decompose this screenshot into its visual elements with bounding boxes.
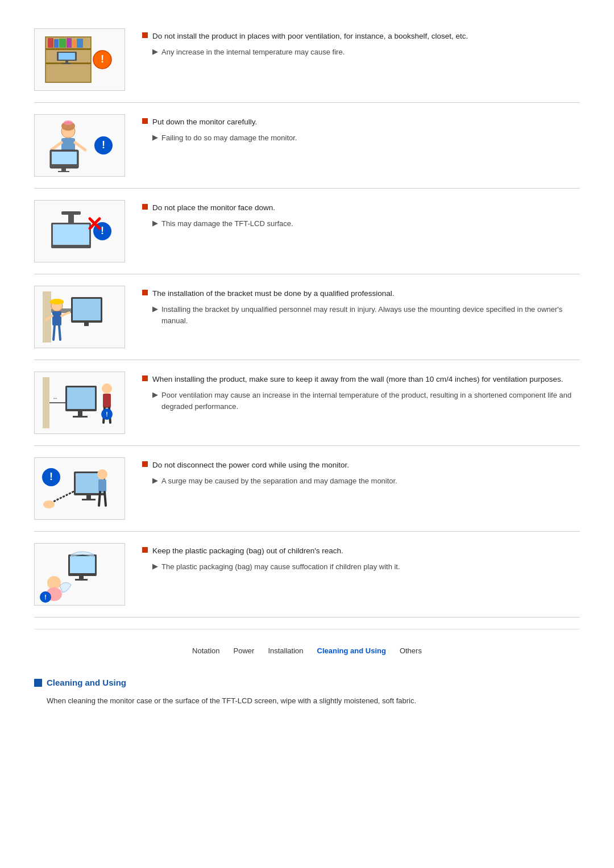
main-point-text: Do not install the product in places wit… — [152, 31, 468, 42]
svg-rect-23 — [61, 168, 66, 171]
bullet-icon — [142, 290, 148, 295]
pagination-nav: Notation Power Installation Cleaning and… — [34, 629, 580, 666]
svg-rect-8 — [77, 39, 83, 48]
sub-point-text: Poor ventilation may cause an increase i… — [161, 390, 580, 412]
instruction-image-ventilation: ! — [34, 28, 125, 91]
svg-line-20 — [75, 143, 85, 150]
sub-point: ▶ The plastic packaging (bag) may cause … — [152, 561, 580, 573]
bullet-icon — [142, 547, 148, 553]
main-point: Keep the plastic packaging (bag) out of … — [142, 545, 580, 557]
main-point: The installation of the bracket must be … — [142, 288, 580, 299]
svg-text:↔: ↔ — [52, 395, 58, 401]
arrow-icon: ▶ — [152, 390, 158, 399]
sub-point-text: Any increase in the internal temperature… — [161, 47, 345, 58]
svg-rect-74 — [70, 556, 95, 573]
instruction-text-wall-distance: When installing the product, make sure t… — [142, 372, 580, 412]
svg-rect-12 — [63, 63, 71, 64]
instruction-row: ! Do not disconnect the power cord while… — [34, 446, 580, 532]
bullet-icon — [142, 204, 148, 210]
svg-rect-52 — [67, 387, 95, 409]
instruction-row: ↔ ! When installing the product, make su… — [34, 360, 580, 446]
svg-rect-65 — [82, 499, 96, 500]
svg-text:!: ! — [44, 594, 47, 600]
sub-point-text: The plastic packaging (bag) may cause su… — [161, 561, 400, 573]
svg-rect-5 — [59, 39, 66, 48]
svg-rect-48 — [43, 377, 49, 428]
instruction-row: The installation of the bracket must be … — [34, 274, 580, 360]
bullet-icon — [142, 461, 148, 467]
section-body-text: When cleaning the monitor case or the su… — [47, 695, 580, 707]
svg-rect-6 — [67, 38, 72, 48]
pagination-cleaning[interactable]: Cleaning and Using — [317, 646, 386, 655]
svg-rect-75 — [79, 576, 84, 579]
svg-rect-64 — [86, 495, 91, 499]
svg-point-66 — [43, 500, 55, 508]
bullet-icon — [142, 118, 148, 124]
svg-rect-39 — [84, 323, 89, 326]
section-heading: Cleaning and Using — [34, 678, 580, 687]
section-body: When cleaning the monitor case or the su… — [47, 695, 580, 707]
arrow-icon: ▶ — [152, 562, 158, 570]
bullet-icon — [142, 32, 148, 38]
instruction-text-bracket: The installation of the bracket must be … — [142, 286, 580, 326]
sub-point: ▶ This may damage the TFT-LCD surface. — [152, 218, 580, 229]
pagination-power[interactable]: Power — [234, 646, 255, 655]
pagination-others[interactable]: Others — [400, 646, 422, 655]
section-heading-icon — [34, 679, 42, 687]
instruction-image-wall-distance: ↔ ! — [34, 372, 125, 434]
instruction-text-ventilation: Do not install the product in places wit… — [142, 28, 580, 58]
main-point-text: Keep the plastic packaging (bag) out of … — [152, 545, 343, 557]
main-point: Do not install the product in places wit… — [142, 31, 580, 42]
instruction-row: ! Put down the monitor carefully. ▶ Fail… — [34, 103, 580, 189]
svg-rect-22 — [52, 152, 77, 164]
pagination-notation[interactable]: Notation — [192, 646, 219, 655]
main-point-text: The installation of the bracket must be … — [152, 288, 395, 299]
svg-rect-42 — [50, 301, 64, 303]
svg-text:!: ! — [102, 139, 105, 151]
main-point: When installing the product, make sure t… — [142, 374, 580, 385]
svg-text:!: ! — [101, 225, 104, 236]
arrow-icon: ▶ — [152, 219, 158, 227]
main-point: Do not disconnect the power cord while u… — [142, 460, 580, 471]
sub-point-text: This may damage the TFT-LCD surface. — [161, 218, 293, 229]
main-content: ! Do not install the product in places w… — [0, 0, 614, 724]
sub-point: ▶ Failing to do so may damage the monito… — [152, 132, 580, 144]
instruction-text-face-down: Do not place the monitor face down. ▶ Th… — [142, 200, 580, 229]
instruction-image-put-down: ! — [34, 114, 125, 177]
svg-line-44 — [53, 326, 55, 340]
main-point-text: Put down the monitor carefully. — [152, 116, 257, 128]
svg-rect-28 — [53, 224, 89, 245]
sub-point-text: A surge may be caused by the separation … — [161, 475, 397, 487]
svg-point-17 — [64, 120, 73, 125]
svg-rect-29 — [68, 214, 74, 223]
svg-rect-30 — [61, 211, 81, 215]
instruction-image-bracket — [34, 286, 125, 348]
instruction-text-put-down: Put down the monitor carefully. ▶ Failin… — [142, 114, 580, 144]
svg-rect-24 — [58, 171, 69, 172]
section-title: Cleaning and Using — [47, 678, 126, 687]
instruction-row: ! Do not place the monitor face down. ▶ … — [34, 189, 580, 274]
arrow-icon: ▶ — [152, 476, 158, 485]
svg-text:!: ! — [101, 53, 104, 65]
sub-point: ▶ Poor ventilation may cause an increase… — [152, 390, 580, 412]
instruction-row: ! Do not install the product in places w… — [34, 17, 580, 103]
svg-rect-7 — [72, 40, 76, 48]
svg-point-69 — [97, 469, 107, 479]
svg-rect-76 — [75, 579, 88, 581]
arrow-icon: ▶ — [152, 47, 158, 56]
main-point-text: Do not place the monitor face down. — [152, 202, 275, 214]
svg-rect-4 — [54, 39, 59, 48]
svg-line-19 — [51, 143, 61, 150]
main-point-text: When installing the product, make sure t… — [152, 374, 563, 385]
svg-text:!: ! — [106, 411, 108, 418]
bullet-icon — [142, 375, 148, 381]
svg-point-55 — [102, 383, 112, 394]
arrow-icon: ▶ — [152, 304, 158, 313]
svg-line-45 — [59, 326, 60, 340]
main-point-text: Do not disconnect the power cord while u… — [152, 460, 349, 471]
pagination-installation[interactable]: Installation — [268, 646, 303, 655]
svg-rect-38 — [73, 299, 101, 320]
arrow-icon: ▶ — [152, 133, 158, 141]
sub-point: ▶ A surge may be caused by the separatio… — [152, 475, 580, 487]
sub-point-text: Failing to do so may damage the monitor. — [161, 132, 297, 144]
